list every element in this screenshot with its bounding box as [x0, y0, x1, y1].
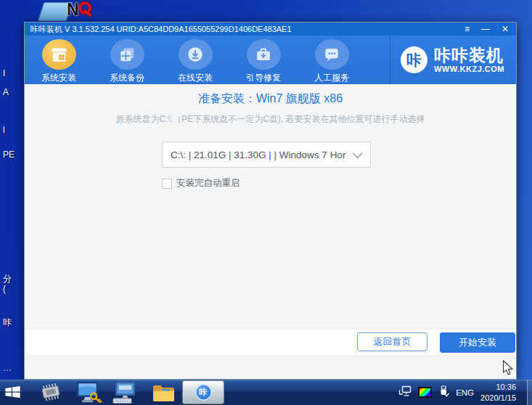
window-titlebar: 咔咔装机 V 3.1.532.254 URID:A5C84DD9A1655055… — [25, 22, 516, 36]
download-circle-icon — [179, 39, 213, 70]
file-explorer-icon[interactable] — [152, 382, 176, 405]
start-install-button[interactable]: 开始安装 — [440, 332, 515, 353]
nav-label: 在线安装 — [178, 72, 213, 84]
nav-boot-repair[interactable]: 引导修复 — [229, 36, 298, 84]
desktop-label-fragment: A — [3, 87, 9, 97]
nav-system-install[interactable]: 系统安装 — [25, 36, 93, 84]
desktop-label-fragment: PE — [3, 150, 15, 160]
pe-lock-tool-icon[interactable] — [75, 381, 102, 405]
back-home-button[interactable]: 返回首页 — [357, 332, 427, 351]
kaka-installer-window: 咔咔装机 V 3.1.532.254 URID:A5C84DD9A1655055… — [24, 22, 517, 380]
target-drive-select[interactable]: C:\: | 21.01G | 31.30G | | Windows 7 Hor — [162, 142, 371, 168]
display-settings-tray-icon[interactable] — [418, 387, 432, 398]
auto-restart-checkbox[interactable] — [162, 179, 172, 189]
brand-url: WWW.KKZJ.COM — [434, 65, 504, 73]
chat-service-icon — [315, 39, 349, 70]
network-tray-icon[interactable] — [398, 385, 412, 400]
repair-toolbox-icon — [247, 39, 281, 70]
brand-name: 咔咔装机 — [434, 46, 504, 64]
nav-human-service[interactable]: 人工服务 — [298, 36, 366, 84]
system-disk-note: 原系统盘为C:\:（PE下系统盘不一定为C盘), 若要安装在其他位置可进行手动选… — [25, 113, 516, 126]
nav-label: 系统备份 — [110, 72, 144, 84]
auto-restart-label: 安装完自动重启 — [176, 177, 240, 189]
show-desktop-button[interactable] — [527, 380, 532, 405]
mouse-cursor — [502, 360, 515, 380]
backup-copies-icon — [110, 39, 144, 70]
desktop-label-fragment: 咔 — [3, 316, 12, 329]
nav-label: 人工服务 — [314, 72, 349, 84]
menu-icon[interactable]: ≡ — [465, 22, 470, 36]
start-button[interactable] — [3, 382, 22, 405]
minimize-icon[interactable]: — — [481, 22, 490, 36]
window-footer: 返回首页 开始安装 — [25, 329, 516, 355]
usb-device-tray-icon[interactable] — [438, 385, 449, 400]
desktop: N I A l PE 分 ( 咔 … 咔咔装机 V 3.1.532.254 UR… — [0, 0, 532, 405]
kaka-installer-taskbar-button[interactable]: 咔 — [182, 380, 224, 404]
desktop-label-fragment: I — [3, 68, 5, 78]
desktop-label-fragment: ( — [3, 284, 6, 294]
desktop-label-fragment: l — [3, 125, 5, 135]
drive-select-value: C:\: | 21.01G | 31.30G | | Windows 7 Hor — [171, 150, 355, 160]
desktop-password-tool-icon[interactable]: N — [67, 0, 99, 22]
language-indicator[interactable]: ENG — [456, 388, 474, 397]
nav-band: 系统安装 系统备份 在线安装 引导修复 — [25, 36, 516, 84]
kaka-logo-icon: 咔 — [195, 384, 212, 401]
nav-system-backup[interactable]: 系统备份 — [93, 36, 161, 84]
install-prepare-panel: 准备安装：Win7 旗舰版 x86 原系统盘为C:\:（PE下系统盘不一定为C盘… — [25, 84, 516, 355]
auto-restart-row: 安装完自动重启 — [162, 177, 516, 189]
clock-date: 2020/1/15 — [480, 393, 516, 403]
nav-online-install[interactable]: 在线安装 — [161, 36, 229, 84]
window-title: 咔咔装机 V 3.1.532.254 URID:A5C84DD9A1655055… — [30, 24, 465, 35]
close-icon[interactable]: ✕ — [502, 22, 509, 36]
system-tray: ENG 10:36 2020/1/15 — [398, 380, 516, 405]
brand-logo: 咔 咔咔装机 WWW.KKZJ.COM — [390, 36, 516, 84]
nav-label: 系统安装 — [41, 72, 76, 84]
n-letter: N — [67, 0, 79, 20]
kaka-logo-badge-icon: 咔 — [401, 46, 427, 73]
nav-label: 引导修复 — [246, 72, 281, 84]
cpu-chip-icon[interactable] — [38, 381, 64, 405]
install-box-icon — [42, 39, 76, 70]
clock-time: 10:36 — [480, 382, 516, 392]
pe-remote-tool-icon[interactable] — [112, 381, 139, 405]
prepare-install-heading: 准备安装：Win7 旗舰版 x86 — [25, 84, 516, 107]
clock[interactable]: 10:36 2020/1/15 — [480, 382, 516, 403]
desktop-label-fragment: … — [3, 363, 12, 373]
taskbar: 咔 ENG 10:36 2020/1/15 — [0, 380, 532, 405]
